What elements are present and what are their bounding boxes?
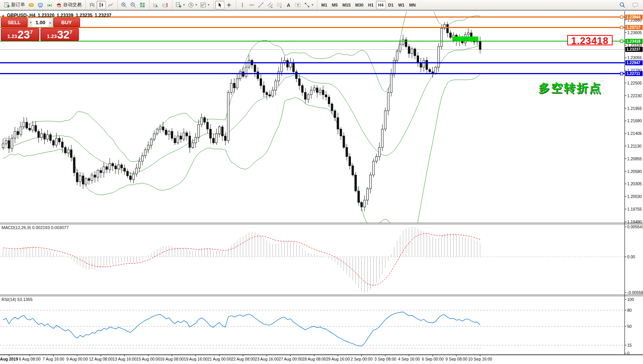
template-icon [200,2,206,8]
chart-canvas[interactable] [0,11,643,364]
search-button[interactable] [618,1,627,9]
price-tick-label: 1.21405 [627,131,643,136]
candle [384,108,386,132]
vertical-line-button[interactable] [238,1,247,9]
line-handle[interactable] [620,16,623,18]
price-tick-label: 1.20580 [627,169,643,174]
tile-icon [139,2,145,8]
chart-candles-button[interactable] [97,1,106,9]
channel-icon: E [267,2,273,8]
fibonacci-button[interactable]: F [275,1,284,9]
metaeditor-button[interactable] [36,1,45,9]
volume-input[interactable] [32,18,48,27]
line-handle[interactable] [620,26,623,29]
price-line-badge: 1.23944 [625,15,643,20]
candle [224,132,226,145]
timeframe-h4[interactable]: H4 [376,1,386,9]
candle [67,147,69,157]
templates-button[interactable]: ▾ [199,1,211,9]
timeframe-m5[interactable]: M5 [329,1,340,9]
candle [444,22,446,30]
chart-window[interactable]: ▲ GBPUSD-,H4 1.23320 1.23339 1.23235 1.2… [0,10,643,364]
candle [127,169,129,178]
crosshair-button[interactable] [224,1,234,9]
candle [171,128,173,141]
text-button[interactable]: A [284,1,293,9]
sell-price-display[interactable]: 1.23 23 7 [1,28,39,41]
candle [121,163,123,173]
candle [198,120,200,142]
volume-increase-button[interactable]: ▲ [48,18,52,27]
autotrading-button[interactable]: 自动交易 [54,1,83,9]
svg-text:E: E [271,6,273,8]
candle [364,195,366,211]
candle [26,118,28,130]
collapse-panel-icon[interactable]: ▲ [2,14,5,17]
candle [79,172,81,187]
candle [14,127,16,143]
timeframe-mn[interactable]: MN [407,1,418,9]
rsi-line [3,312,480,346]
price-line-badge: 1.22711 [625,71,643,76]
candle [420,58,422,72]
signals-button[interactable] [45,1,54,9]
macd-indicator-label: MACD(12,26,9) 0.002193 0.003077 [2,225,68,230]
text-icon: A [286,2,292,8]
highlight-zone[interactable] [452,37,478,41]
candle [177,131,179,145]
channel-button[interactable]: E [266,1,275,9]
indicators-button[interactable]: ▾ [174,1,186,9]
chevron-down-icon: ▾ [312,3,313,7]
candles-icon [98,2,104,8]
tile-windows-button[interactable] [138,1,147,9]
cursor-button[interactable] [215,1,224,9]
price-tick-label: 1.22230 [627,93,643,98]
periods-button[interactable]: ▾ [186,1,199,9]
candle [212,134,214,145]
horizontal-line-button[interactable] [247,1,256,9]
candle [399,40,401,54]
zoom-out-button[interactable] [129,1,138,9]
chevron-down-icon: ▾ [183,3,185,7]
candle [372,158,374,178]
candle [325,91,327,101]
timeframe-m1[interactable]: M1 [319,1,329,9]
candle [70,145,72,162]
candle [242,66,244,78]
timeframe-w1[interactable]: W1 [396,1,407,9]
candle [239,69,241,81]
timeframe-d1[interactable]: D1 [386,1,396,9]
price-callout-box[interactable]: 1.23418 [567,35,613,45]
timeframe-m30[interactable]: M30 [353,1,366,9]
candle [367,187,369,205]
chart-bars-button[interactable] [87,1,97,9]
buy-price-display[interactable]: 1.23 32 7 [40,28,79,41]
autoscroll-button[interactable] [151,1,160,9]
candle [141,153,143,166]
chart-line-button[interactable] [106,1,115,9]
candle [322,86,324,100]
bars-icon [89,2,95,8]
price-tick-label: 1.20030 [627,194,643,199]
timeframe-h1[interactable]: H1 [366,1,376,9]
buy-button[interactable]: BUY [53,18,80,27]
chat-button[interactable] [631,1,640,9]
trendline-button[interactable] [256,1,266,9]
candle [103,162,105,178]
chart-shift-button[interactable] [160,1,170,9]
new-order-button[interactable]: 新订单 [2,1,27,9]
sell-button[interactable]: SELL [1,18,28,27]
line-handle[interactable] [620,40,623,43]
zoom-in-button[interactable] [119,1,129,9]
timeframe-m15[interactable]: M15 [340,1,353,9]
candle [135,164,137,177]
svg-text:T: T [297,3,299,7]
volume-decrease-button[interactable]: ▼ [29,18,32,27]
arrows-button[interactable]: ▾ [302,1,315,9]
candle [165,128,167,136]
line-handle[interactable] [620,72,623,75]
history-center-button[interactable] [27,1,36,9]
label-button[interactable]: T [293,1,302,9]
toolbar-button-label: 自动交易 [63,2,82,8]
candle [417,52,419,67]
